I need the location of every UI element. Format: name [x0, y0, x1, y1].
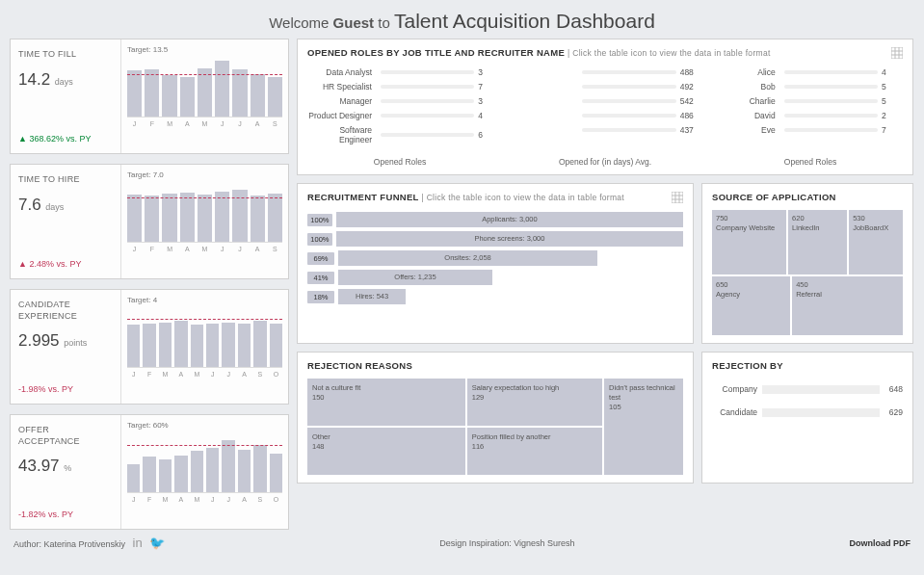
funnel-stage[interactable]: 100% Applicants: 3,000: [307, 212, 683, 227]
opened-row[interactable]: Software Engineer 6: [307, 125, 499, 144]
twitter-icon[interactable]: 🐦: [149, 536, 165, 550]
funnel-bar: Hires: 543: [338, 289, 406, 304]
funnel-stage[interactable]: 69% Onsites: 2,058: [307, 250, 683, 266]
spark-bar: [174, 321, 187, 367]
spark-bar: [198, 195, 212, 242]
treemap-cell[interactable]: Not a culture fit150: [307, 379, 465, 426]
welcome-text: Welcome: [269, 14, 329, 31]
opened-row[interactable]: 437: [509, 125, 700, 135]
dashboard-header: Welcome Guest to Talent Acquisition Dash…: [0, 0, 924, 39]
opened-row[interactable]: 486: [509, 111, 700, 120]
opened-row[interactable]: Charlie 5: [711, 96, 903, 106]
opened-value: 5: [882, 82, 903, 91]
funnel-pct: 69%: [307, 252, 334, 265]
opened-row[interactable]: David 2: [711, 111, 903, 120]
linkedin-icon[interactable]: in: [133, 536, 143, 550]
opened-row[interactable]: 488: [509, 67, 700, 77]
funnel-stage[interactable]: 100% Phone screens: 3,000: [307, 231, 683, 247]
opened-row[interactable]: 542: [509, 96, 700, 106]
spark-bar: [162, 194, 176, 242]
opened-row[interactable]: Data Analyst 3: [307, 67, 499, 77]
opened-value: 3: [478, 67, 499, 77]
treemap-cell[interactable]: Position filled by another116: [467, 428, 602, 475]
source-treemap: 750Company Website 620LinkedIn 530JobBoa…: [712, 210, 903, 335]
spark-bar: [270, 454, 282, 492]
treemap-cell[interactable]: 530JobBoardX: [849, 210, 903, 274]
author-block: Author: Katerina Protivenskiy in 🐦: [13, 536, 165, 550]
opened-value: 542: [680, 96, 701, 106]
spark-bar: [180, 193, 195, 242]
kpi-title: CANDIDATE EXPERIENCE: [18, 300, 113, 322]
opened-value: 6: [478, 130, 499, 140]
funnel-bar: Onsites: 2,058: [338, 250, 597, 266]
rejection-reasons-title: REJECTION REASONS: [307, 360, 683, 371]
funnel-title: RECRUITMENT FUNNEL | Click the table ico…: [307, 192, 683, 202]
guest-name: Guest: [333, 14, 375, 31]
opened-row[interactable]: 492: [509, 82, 700, 91]
opened-value: 7: [882, 125, 903, 135]
opened-value: 4: [882, 67, 903, 77]
rejection-by-row[interactable]: Candidate 629: [712, 407, 903, 417]
opened-column: 488 492 542 486 437: [509, 67, 700, 149]
kpi-value: 14.2 days: [18, 70, 113, 90]
kpi-card-3[interactable]: OFFER ACCEPTANCE 43.97 % -1.82% vs. PY T…: [10, 414, 289, 530]
treemap-cell[interactable]: Other148: [307, 428, 465, 475]
opened-value: 486: [680, 111, 701, 120]
spark-bar: [222, 440, 234, 492]
treemap-cell[interactable]: 650Agency: [712, 276, 790, 335]
kpi-x-labels: JFMAMJJAS: [127, 246, 282, 252]
opened-row[interactable]: HR Specialist 7: [307, 82, 499, 91]
header-to: to: [378, 14, 390, 31]
svg-rect-0: [891, 47, 903, 59]
funnel-pct: 100%: [307, 214, 332, 226]
opened-label: Data Analyst: [307, 67, 377, 77]
spark-bar: [268, 194, 282, 242]
table-view-icon[interactable]: [672, 192, 683, 203]
spark-bar: [232, 69, 247, 117]
opened-row[interactable]: Alice 4: [711, 67, 903, 77]
kpi-card-1[interactable]: TIME TO HIRE 7.6 days ▲ 2.48% vs. PY Tar…: [10, 164, 289, 279]
table-view-icon[interactable]: [891, 47, 903, 59]
opened-value: 2: [882, 111, 903, 120]
rejection-by-value: 629: [880, 407, 903, 417]
opened-value: 4: [478, 111, 499, 120]
spark-bar: [159, 323, 172, 367]
spark-bar: [180, 77, 195, 117]
opened-row[interactable]: Product Designer 4: [307, 111, 499, 120]
spark-bar: [127, 464, 140, 492]
opened-value: 7: [478, 82, 499, 91]
spark-bar: [145, 196, 159, 242]
treemap-cell[interactable]: 750Company Website: [712, 210, 786, 274]
kpi-card-2[interactable]: CANDIDATE EXPERIENCE 2.995 points -1.98%…: [10, 289, 289, 405]
kpi-value: 7.6 days: [18, 196, 113, 215]
opened-label: Software Engineer: [307, 125, 377, 144]
kpi-sparkline: [127, 58, 282, 118]
download-pdf-link[interactable]: Download PDF: [849, 538, 911, 548]
opened-row[interactable]: Bob 5: [711, 82, 903, 91]
opened-row[interactable]: Manager 3: [307, 96, 499, 106]
kpi-delta: -1.98% vs. PY: [18, 384, 113, 394]
funnel-stage[interactable]: 41% Offers: 1,235: [307, 270, 683, 285]
funnel-bar: Phone screens: 3,000: [336, 231, 683, 247]
source-of-application-panel: SOURCE OF APPLICATION 750Company Website…: [701, 183, 913, 344]
opened-roles-title: OPENED ROLES by job title and recruiter …: [307, 47, 903, 58]
funnel-stage[interactable]: 18% Hires: 543: [307, 289, 683, 304]
opened-roles-panel: OPENED ROLES by job title and recruiter …: [297, 39, 913, 175]
treemap-cell[interactable]: Didn't pass technical test105: [604, 379, 683, 475]
kpi-delta: -1.82% vs. PY: [18, 510, 113, 519]
rejection-by-row[interactable]: Company 648: [712, 384, 903, 394]
opened-label: Alice: [711, 67, 780, 77]
treemap-cell[interactable]: 450Referral: [792, 276, 903, 335]
spark-bar: [251, 74, 265, 117]
kpi-title: TIME TO HIRE: [18, 174, 113, 186]
spark-bar: [162, 75, 176, 117]
treemap-cell[interactable]: Salary expectation too high129: [467, 379, 602, 426]
spark-bar: [206, 448, 219, 492]
rejection-by-title: REJECTION BY: [712, 360, 903, 371]
treemap-cell[interactable]: 620LinkedIn: [788, 210, 847, 274]
spark-bar: [206, 324, 219, 367]
opened-row[interactable]: Eve 7: [711, 125, 903, 135]
inspiration-block: Design Inspiration: Vignesh Suresh: [439, 538, 574, 548]
kpi-x-labels: JFMAMJJAS: [127, 120, 282, 127]
kpi-card-0[interactable]: TIME TO FILL 14.2 days ▲ 368.62% vs. PY …: [10, 39, 289, 154]
